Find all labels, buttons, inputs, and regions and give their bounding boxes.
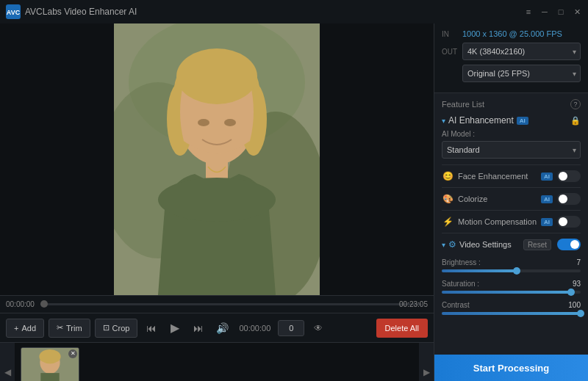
brightness-label: Brightness : bbox=[442, 258, 481, 266]
crop-button[interactable]: ⊡ Crop bbox=[95, 319, 138, 338]
ai-model-select-wrapper: Standard High Quality Fast ▾ bbox=[442, 141, 581, 159]
out-label: OUT bbox=[442, 48, 462, 56]
fps-select[interactable]: Original (25 FPS) 30 FPS 60 FPS bbox=[462, 65, 581, 82]
trim-button[interactable]: ✂ Trim bbox=[49, 319, 90, 338]
timeline-end-time: 00:23:05 bbox=[399, 300, 428, 308]
brightness-row: Brightness : 7 bbox=[442, 255, 581, 277]
face-enhancement-badge: AI bbox=[541, 173, 553, 181]
video-content bbox=[114, 23, 320, 295]
main-layout: 00:00:00 00:23:05 + Add ✂ Trim ⊡ Crop ⏮ … bbox=[0, 23, 588, 381]
brightness-label-row: Brightness : 7 bbox=[442, 258, 581, 266]
colorize-badge: AI bbox=[541, 195, 553, 203]
video-frame bbox=[114, 23, 320, 295]
crop-icon: ⊡ bbox=[103, 323, 110, 333]
preview-icon[interactable]: 👁 bbox=[309, 319, 328, 338]
start-processing-button[interactable]: Start Processing bbox=[434, 355, 588, 381]
resolution-select[interactable]: 4K (3840x2160) 1080p (1920x1080) 720p (1… bbox=[462, 43, 581, 60]
titlebar: AVC AVCLabs Video Enhancer AI ≡ ─ □ ✕ bbox=[0, 0, 588, 23]
play-button[interactable]: ▶ bbox=[165, 319, 184, 338]
window-controls: ≡ ─ □ ✕ bbox=[523, 7, 582, 17]
app-logo: AVC bbox=[6, 4, 21, 19]
motion-compensation-row: ⚡ Motion Compensation AI bbox=[442, 210, 581, 233]
delete-all-button[interactable]: Delete All bbox=[376, 319, 428, 338]
saturation-track[interactable] bbox=[442, 291, 581, 294]
contrast-value: 100 bbox=[568, 301, 581, 309]
contrast-thumb[interactable] bbox=[577, 310, 584, 317]
face-enhancement-toggle[interactable] bbox=[557, 170, 581, 182]
svg-point-14 bbox=[158, 178, 276, 222]
filmstrip: ◀ ✕ janice.mp4 ▶ bbox=[0, 342, 434, 381]
timeline-thumb[interactable] bbox=[40, 300, 48, 308]
contrast-track[interactable] bbox=[442, 312, 581, 315]
close-button[interactable]: ✕ bbox=[572, 7, 582, 17]
colorize-toggle-knob bbox=[559, 195, 567, 203]
contrast-fill bbox=[442, 312, 581, 315]
ai-enhancement-expand[interactable]: ▾ bbox=[442, 117, 445, 125]
feature-list-header: Feature List ? bbox=[442, 99, 581, 109]
brightness-thumb[interactable] bbox=[513, 267, 520, 275]
contrast-label-row: Contrast 100 bbox=[442, 301, 581, 309]
motion-compensation-icon: ⚡ bbox=[442, 216, 453, 228]
colorize-toggle[interactable] bbox=[557, 193, 581, 205]
fps-select-wrapper: Original (25 FPS) 30 FPS 60 FPS ▾ bbox=[462, 65, 581, 82]
add-button[interactable]: + Add bbox=[6, 319, 44, 338]
in-label: IN bbox=[442, 30, 462, 38]
brightness-track[interactable] bbox=[442, 269, 581, 272]
saturation-label-row: Saturation : 93 bbox=[442, 280, 581, 288]
maximize-button[interactable]: □ bbox=[556, 7, 566, 17]
filmstrip-close-button[interactable]: ✕ bbox=[68, 349, 77, 358]
motion-compensation-toggle[interactable] bbox=[557, 216, 581, 228]
svg-text:AVC: AVC bbox=[7, 9, 21, 16]
contrast-label: Contrast bbox=[442, 301, 470, 309]
resolution-select-wrapper: 4K (3840x2160) 1080p (1920x1080) 720p (1… bbox=[462, 43, 581, 60]
skip-forward-button[interactable]: ⏭ bbox=[189, 319, 208, 338]
ai-enhancement-label: AI Enhancement bbox=[448, 115, 514, 126]
face-enhancement-toggle-knob bbox=[559, 172, 567, 181]
colorize-label: Colorize bbox=[458, 195, 541, 203]
saturation-thumb[interactable] bbox=[567, 289, 575, 296]
lock-icon: 🔒 bbox=[570, 116, 581, 126]
app-title: AVCLabs Video Enhancer AI bbox=[25, 7, 523, 17]
face-enhancement-row: 😊 Face Enhancement AI bbox=[442, 164, 581, 187]
svg-point-12 bbox=[224, 119, 236, 126]
video-preview bbox=[0, 23, 434, 295]
video-settings-reset-button[interactable]: Reset bbox=[523, 239, 551, 250]
hamburger-icon[interactable]: ≡ bbox=[523, 7, 534, 17]
video-settings-icon: ⚙ bbox=[448, 239, 456, 250]
video-settings-toggle[interactable] bbox=[557, 239, 581, 250]
svg-rect-18 bbox=[40, 373, 59, 381]
saturation-row: Saturation : 93 bbox=[442, 277, 581, 298]
frame-input[interactable] bbox=[278, 320, 304, 336]
filmstrip-left-arrow[interactable]: ◀ bbox=[0, 343, 15, 381]
filmstrip-right-arrow[interactable]: ▶ bbox=[419, 343, 434, 381]
io-section: IN 1000 x 1360 @ 25.000 FPS OUT 4K (3840… bbox=[434, 23, 588, 93]
minimize-button[interactable]: ─ bbox=[539, 7, 550, 17]
timeline[interactable]: 00:00:00 00:23:05 bbox=[0, 295, 434, 313]
svg-point-17 bbox=[39, 349, 60, 363]
colorize-icon: 🎨 bbox=[442, 193, 453, 205]
contrast-row: Contrast 100 bbox=[442, 298, 581, 319]
saturation-fill bbox=[442, 291, 571, 294]
output-fps-row: Original (25 FPS) 30 FPS 60 FPS ▾ bbox=[442, 65, 581, 82]
ai-model-select[interactable]: Standard High Quality Fast bbox=[442, 141, 581, 159]
video-area: 00:00:00 00:23:05 + Add ✂ Trim ⊡ Crop ⏮ … bbox=[0, 23, 434, 381]
current-time: 00:00:00 bbox=[236, 324, 273, 333]
colorize-row: 🎨 Colorize AI bbox=[442, 187, 581, 210]
svg-point-10 bbox=[176, 48, 257, 104]
skip-back-button[interactable]: ⏮ bbox=[142, 319, 161, 338]
video-settings-header: ▾ ⚙ Video Settings Reset bbox=[442, 233, 581, 255]
volume-button[interactable]: 🔊 bbox=[212, 319, 232, 338]
feature-help-button[interactable]: ? bbox=[570, 99, 581, 109]
motion-compensation-label: Motion Compensation bbox=[458, 217, 541, 226]
in-value: 1000 x 1360 @ 25.000 FPS bbox=[462, 29, 581, 38]
face-enhancement-label: Face Enhancement bbox=[458, 172, 541, 181]
filmstrip-item[interactable]: ✕ janice.mp4 bbox=[21, 347, 79, 382]
input-row: IN 1000 x 1360 @ 25.000 FPS bbox=[442, 29, 581, 38]
ai-model-row: AI Model : Standard High Quality Fast ▾ bbox=[442, 130, 581, 159]
ai-enhancement-badge: AI bbox=[517, 117, 528, 125]
video-settings-expand[interactable]: ▾ bbox=[442, 241, 445, 249]
svg-point-11 bbox=[198, 119, 209, 126]
ai-model-label: AI Model : bbox=[442, 130, 581, 138]
output-resolution-row: OUT 4K (3840x2160) 1080p (1920x1080) 720… bbox=[442, 43, 581, 60]
motion-compensation-badge: AI bbox=[541, 218, 553, 226]
